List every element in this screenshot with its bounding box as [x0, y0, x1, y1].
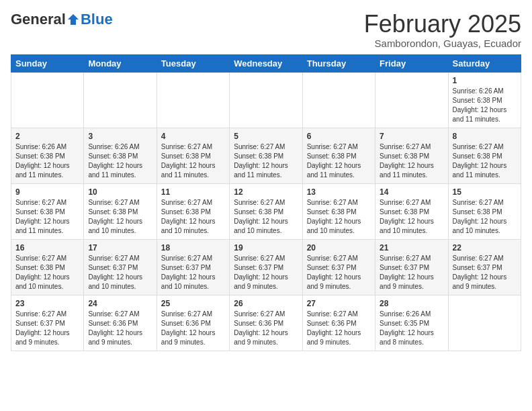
- day-number: 24: [88, 299, 152, 308]
- day-of-week-header: Saturday: [448, 54, 521, 72]
- day-number: 20: [307, 243, 371, 253]
- calendar-day-cell: 16Sunrise: 6:27 AM Sunset: 6:38 PM Dayli…: [11, 239, 84, 295]
- calendar-day-cell: 12Sunrise: 6:27 AM Sunset: 6:38 PM Dayli…: [230, 183, 302, 239]
- location: Samborondon, Guayas, Ecuador: [364, 38, 521, 49]
- day-number: 1: [453, 76, 517, 85]
- day-number: 6: [307, 132, 371, 141]
- day-info: Sunrise: 6:27 AM Sunset: 6:37 PM Dayligh…: [380, 254, 443, 291]
- day-number: 18: [161, 243, 225, 253]
- day-info: Sunrise: 6:26 AM Sunset: 6:35 PM Dayligh…: [380, 310, 443, 347]
- calendar-header-row: SundayMondayTuesdayWednesdayThursdayFrid…: [11, 54, 521, 72]
- calendar-day-cell: [230, 72, 302, 128]
- calendar-day-cell: 9Sunrise: 6:27 AM Sunset: 6:38 PM Daylig…: [11, 183, 84, 239]
- calendar-day-cell: [157, 72, 229, 128]
- day-info: Sunrise: 6:27 AM Sunset: 6:38 PM Dayligh…: [15, 254, 79, 291]
- calendar-day-cell: 19Sunrise: 6:27 AM Sunset: 6:37 PM Dayli…: [230, 239, 302, 295]
- day-number: 2: [15, 132, 79, 141]
- calendar-day-cell: 23Sunrise: 6:27 AM Sunset: 6:37 PM Dayli…: [11, 295, 84, 351]
- calendar-day-cell: 6Sunrise: 6:27 AM Sunset: 6:38 PM Daylig…: [302, 128, 375, 183]
- day-info: Sunrise: 6:27 AM Sunset: 6:36 PM Dayligh…: [234, 310, 298, 347]
- day-number: 21: [380, 243, 443, 253]
- page-header: General Blue February 2025 Samborondon, …: [11, 11, 521, 49]
- calendar-day-cell: 1Sunrise: 6:26 AM Sunset: 6:38 PM Daylig…: [448, 72, 521, 128]
- day-info: Sunrise: 6:27 AM Sunset: 6:38 PM Dayligh…: [88, 198, 152, 236]
- calendar-week-row: 16Sunrise: 6:27 AM Sunset: 6:38 PM Dayli…: [11, 239, 521, 295]
- day-number: 17: [88, 243, 152, 253]
- calendar-table: SundayMondayTuesdayWednesdayThursdayFrid…: [11, 54, 521, 351]
- month-title: February 2025: [364, 11, 521, 38]
- day-of-week-header: Thursday: [302, 54, 375, 72]
- calendar-day-cell: 22Sunrise: 6:27 AM Sunset: 6:37 PM Dayli…: [448, 239, 521, 295]
- day-info: Sunrise: 6:27 AM Sunset: 6:37 PM Dayligh…: [161, 254, 225, 291]
- day-info: Sunrise: 6:27 AM Sunset: 6:38 PM Dayligh…: [307, 198, 371, 236]
- day-number: 8: [453, 132, 517, 141]
- day-number: 23: [15, 299, 79, 308]
- day-number: 26: [234, 299, 298, 308]
- day-info: Sunrise: 6:26 AM Sunset: 6:38 PM Dayligh…: [15, 142, 79, 180]
- svg-marker-0: [68, 14, 79, 25]
- day-info: Sunrise: 6:27 AM Sunset: 6:38 PM Dayligh…: [453, 198, 517, 236]
- day-info: Sunrise: 6:27 AM Sunset: 6:38 PM Dayligh…: [380, 198, 443, 236]
- title-block: February 2025 Samborondon, Guayas, Ecuad…: [364, 11, 521, 49]
- calendar-day-cell: [84, 72, 157, 128]
- day-info: Sunrise: 6:27 AM Sunset: 6:38 PM Dayligh…: [380, 142, 443, 180]
- day-number: 3: [88, 132, 152, 141]
- day-number: 27: [307, 299, 371, 308]
- calendar-week-row: 2Sunrise: 6:26 AM Sunset: 6:38 PM Daylig…: [11, 128, 521, 183]
- day-info: Sunrise: 6:27 AM Sunset: 6:37 PM Dayligh…: [307, 254, 371, 291]
- calendar-day-cell: 10Sunrise: 6:27 AM Sunset: 6:38 PM Dayli…: [84, 183, 157, 239]
- day-info: Sunrise: 6:27 AM Sunset: 6:38 PM Dayligh…: [307, 142, 371, 180]
- day-number: 22: [453, 243, 517, 253]
- calendar-day-cell: 21Sunrise: 6:27 AM Sunset: 6:37 PM Dayli…: [375, 239, 448, 295]
- day-number: 9: [15, 187, 79, 197]
- day-of-week-header: Tuesday: [157, 54, 229, 72]
- logo-blue-text: Blue: [81, 11, 113, 28]
- logo: General Blue: [11, 11, 113, 28]
- day-number: 12: [234, 187, 298, 197]
- day-number: 5: [234, 132, 298, 141]
- day-number: 7: [380, 132, 443, 141]
- day-number: 19: [234, 243, 298, 253]
- calendar-week-row: 9Sunrise: 6:27 AM Sunset: 6:38 PM Daylig…: [11, 183, 521, 239]
- calendar-day-cell: 15Sunrise: 6:27 AM Sunset: 6:38 PM Dayli…: [448, 183, 521, 239]
- calendar-day-cell: [375, 72, 448, 128]
- day-info: Sunrise: 6:27 AM Sunset: 6:36 PM Dayligh…: [307, 310, 371, 347]
- calendar-day-cell: 13Sunrise: 6:27 AM Sunset: 6:38 PM Dayli…: [302, 183, 375, 239]
- day-info: Sunrise: 6:27 AM Sunset: 6:37 PM Dayligh…: [15, 310, 79, 347]
- day-info: Sunrise: 6:27 AM Sunset: 6:38 PM Dayligh…: [234, 198, 298, 236]
- day-number: 15: [453, 187, 517, 197]
- day-info: Sunrise: 6:27 AM Sunset: 6:37 PM Dayligh…: [88, 254, 152, 291]
- calendar-day-cell: 7Sunrise: 6:27 AM Sunset: 6:38 PM Daylig…: [375, 128, 448, 183]
- day-info: Sunrise: 6:26 AM Sunset: 6:38 PM Dayligh…: [88, 142, 152, 180]
- calendar-day-cell: 17Sunrise: 6:27 AM Sunset: 6:37 PM Dayli…: [84, 239, 157, 295]
- calendar-day-cell: 27Sunrise: 6:27 AM Sunset: 6:36 PM Dayli…: [302, 295, 375, 351]
- calendar-day-cell: 18Sunrise: 6:27 AM Sunset: 6:37 PM Dayli…: [157, 239, 229, 295]
- day-info: Sunrise: 6:27 AM Sunset: 6:38 PM Dayligh…: [161, 198, 225, 236]
- day-number: 14: [380, 187, 443, 197]
- day-number: 16: [15, 243, 79, 253]
- calendar-day-cell: 26Sunrise: 6:27 AM Sunset: 6:36 PM Dayli…: [230, 295, 302, 351]
- calendar-day-cell: 3Sunrise: 6:26 AM Sunset: 6:38 PM Daylig…: [84, 128, 157, 183]
- day-info: Sunrise: 6:27 AM Sunset: 6:36 PM Dayligh…: [88, 310, 152, 347]
- calendar-day-cell: [448, 295, 521, 351]
- calendar-day-cell: 4Sunrise: 6:27 AM Sunset: 6:38 PM Daylig…: [157, 128, 229, 183]
- logo-icon: [66, 13, 80, 26]
- day-info: Sunrise: 6:27 AM Sunset: 6:37 PM Dayligh…: [234, 254, 298, 291]
- calendar-day-cell: 14Sunrise: 6:27 AM Sunset: 6:38 PM Dayli…: [375, 183, 448, 239]
- calendar-day-cell: 25Sunrise: 6:27 AM Sunset: 6:36 PM Dayli…: [157, 295, 229, 351]
- day-number: 13: [307, 187, 371, 197]
- calendar-day-cell: [11, 72, 84, 128]
- calendar-day-cell: 24Sunrise: 6:27 AM Sunset: 6:36 PM Dayli…: [84, 295, 157, 351]
- calendar-day-cell: 11Sunrise: 6:27 AM Sunset: 6:38 PM Dayli…: [157, 183, 229, 239]
- day-info: Sunrise: 6:27 AM Sunset: 6:38 PM Dayligh…: [234, 142, 298, 180]
- day-of-week-header: Monday: [84, 54, 157, 72]
- calendar-day-cell: [302, 72, 375, 128]
- day-info: Sunrise: 6:27 AM Sunset: 6:38 PM Dayligh…: [15, 198, 79, 236]
- day-number: 25: [161, 299, 225, 308]
- day-of-week-header: Wednesday: [230, 54, 302, 72]
- day-of-week-header: Sunday: [11, 54, 84, 72]
- calendar-day-cell: 5Sunrise: 6:27 AM Sunset: 6:38 PM Daylig…: [230, 128, 302, 183]
- day-number: 10: [88, 187, 152, 197]
- calendar-week-row: 1Sunrise: 6:26 AM Sunset: 6:38 PM Daylig…: [11, 72, 521, 128]
- calendar-day-cell: 28Sunrise: 6:26 AM Sunset: 6:35 PM Dayli…: [375, 295, 448, 351]
